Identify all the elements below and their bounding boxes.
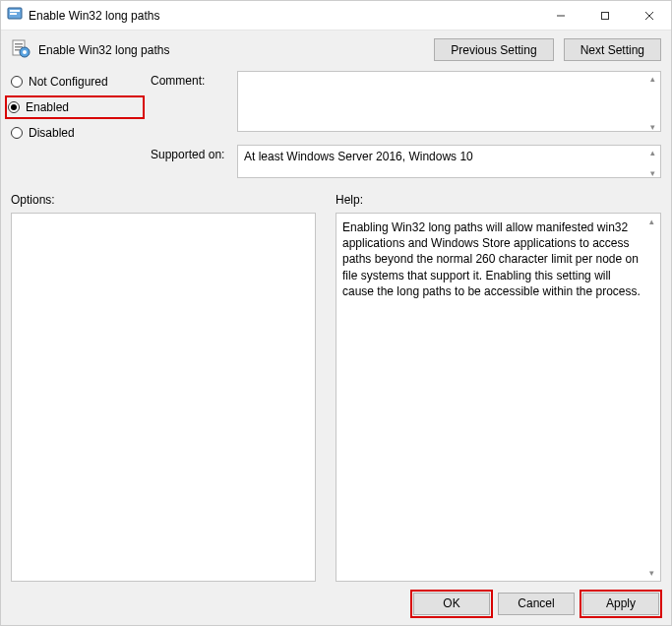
radio-not-configured[interactable]: Not Configured <box>11 75 139 89</box>
header: Enable Win32 long paths Previous Setting… <box>1 31 671 71</box>
options-label: Options: <box>11 193 316 207</box>
close-button[interactable] <box>627 1 671 30</box>
apply-button[interactable]: Apply <box>582 593 659 615</box>
supported-on-text <box>237 145 661 178</box>
help-column: Help: Enabling Win32 long paths will all… <box>336 187 661 582</box>
comment-wrap: ▴▾ <box>237 71 661 135</box>
radio-label: Not Configured <box>29 75 108 89</box>
lower-panels: Options: Help: Enabling Win32 long paths… <box>1 187 671 582</box>
svg-point-12 <box>23 50 27 54</box>
fields: Comment: ▴▾ Supported on: ▴▾ <box>151 71 661 181</box>
options-panel <box>11 213 316 582</box>
previous-setting-button[interactable]: Previous Setting <box>434 38 553 61</box>
svg-rect-2 <box>10 13 17 15</box>
svg-rect-9 <box>15 46 23 48</box>
svg-rect-1 <box>10 10 20 12</box>
policy-title: Enable Win32 long paths <box>38 43 169 57</box>
svg-rect-8 <box>15 43 23 45</box>
scrollbar-icon: ▴▾ <box>643 215 659 580</box>
window: Enable Win32 long paths Enable Win32 lon… <box>0 0 672 626</box>
comment-label: Comment: <box>151 71 231 88</box>
footer: OK Cancel Apply <box>1 582 671 625</box>
options-column: Options: <box>11 187 316 582</box>
cancel-button[interactable]: Cancel <box>498 593 575 615</box>
titlebar-left: Enable Win32 long paths <box>1 6 159 25</box>
radio-label: Enabled <box>26 100 69 114</box>
help-label: Help: <box>336 193 661 207</box>
next-setting-button[interactable]: Next Setting <box>564 38 661 61</box>
state-radio-group: Not Configured Enabled Disabled <box>11 71 139 181</box>
ok-button[interactable]: OK <box>413 593 490 615</box>
window-title: Enable Win32 long paths <box>29 9 159 23</box>
comment-input[interactable] <box>237 71 661 132</box>
header-left: Enable Win32 long paths <box>11 38 169 61</box>
radio-input <box>8 101 20 113</box>
minimize-button[interactable] <box>538 1 582 30</box>
supported-row: Supported on: ▴▾ <box>151 145 661 181</box>
comment-row: Comment: ▴▾ <box>151 71 661 135</box>
titlebar: Enable Win32 long paths <box>1 1 671 31</box>
help-text: Enabling Win32 long paths will allow man… <box>342 220 641 298</box>
radio-disabled[interactable]: Disabled <box>11 126 139 140</box>
policy-app-icon <box>7 6 23 25</box>
header-nav: Previous Setting Next Setting <box>434 38 661 61</box>
radio-input <box>11 76 23 88</box>
help-panel: Enabling Win32 long paths will allow man… <box>336 213 661 582</box>
supported-wrap: ▴▾ <box>237 145 661 181</box>
radio-enabled[interactable]: Enabled <box>8 98 142 116</box>
maximize-button[interactable] <box>582 1 627 30</box>
window-controls <box>538 1 671 30</box>
radio-label: Disabled <box>29 126 75 140</box>
policy-icon <box>11 38 31 61</box>
supported-label: Supported on: <box>151 145 231 161</box>
svg-rect-4 <box>601 12 608 19</box>
config-area: Not Configured Enabled Disabled Comment:… <box>1 71 671 187</box>
svg-rect-10 <box>15 49 20 51</box>
radio-input <box>11 127 23 139</box>
